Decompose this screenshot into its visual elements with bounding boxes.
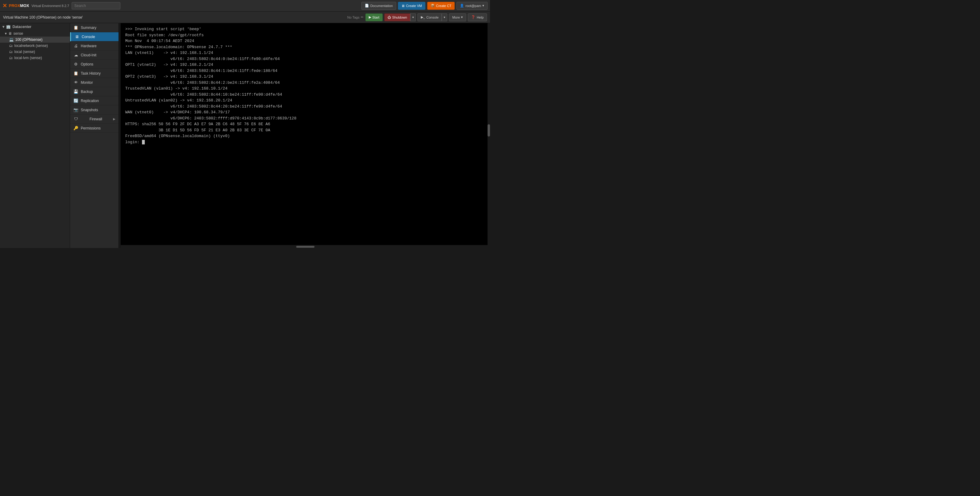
- console-button[interactable]: ▶_ Console: [417, 13, 442, 21]
- replication-nav-icon: 🔄: [73, 99, 79, 103]
- snapshots-nav-icon: 📷: [73, 108, 79, 112]
- task-history-nav-label: Task History: [81, 71, 100, 76]
- doc-icon: 📄: [365, 4, 369, 8]
- bottom-scrollbar[interactable]: [121, 245, 490, 248]
- nav-item-replication[interactable]: 🔄 Replication: [70, 96, 119, 105]
- sense-server-icon: 🖥: [8, 32, 12, 36]
- vm-title: Virtual Machine 100 (OPNsense) on node '…: [3, 15, 342, 19]
- datacenter-expand-icon: ▾: [2, 25, 4, 29]
- console-output[interactable]: >>> Invoking start script 'beep'Root fil…: [121, 23, 490, 245]
- scrollbar[interactable]: [488, 23, 490, 248]
- console-cursor: [142, 140, 145, 145]
- sidebar-item-vm100[interactable]: 💻 100 (OPNsense): [0, 37, 70, 43]
- firewall-nav-icon: 🛡: [73, 117, 79, 121]
- console-line: v6/t6: 2403:5802:8c44:20:be24:11ff:fe90:…: [125, 103, 485, 110]
- cloud-init-nav-icon: ☁: [73, 53, 79, 57]
- nav-item-summary[interactable]: 📋 Summary: [70, 23, 119, 32]
- sidebar-item-local-lvm[interactable]: 🗂 local-lvm (sense): [0, 55, 70, 61]
- permissions-nav-label: Permissions: [81, 126, 100, 130]
- console-line: v6/t6: 2403:5802:8c44:1:be24:11ff:fede:1…: [125, 68, 485, 74]
- console-line: OPT2 (vtnet3) -> v4: 192.168.3.1/24: [125, 74, 485, 80]
- console-line: OPT1 (vtnet2) -> v4: 192.168.2.1/24: [125, 62, 485, 68]
- help-button[interactable]: ❓ Help: [468, 13, 487, 21]
- console-dropdown[interactable]: ▾: [442, 13, 447, 21]
- shutdown-icon: ⏻: [388, 16, 391, 19]
- vm-tree-icon: 💻: [9, 38, 14, 42]
- console-line: WAN (vtnet0) -> v4/DHCP4: 100.68.34.79/1…: [125, 110, 485, 116]
- sidebar-item-sense[interactable]: ▾ 🖥 sense: [0, 30, 70, 37]
- console-line: Root file system: /dev/gpt/rootfs: [125, 32, 485, 38]
- sense-expand-icon: ▾: [5, 32, 7, 36]
- console-line: >>> Invoking start script 'beep': [125, 26, 485, 32]
- tags-edit-icon[interactable]: ✏: [361, 15, 364, 19]
- version-text: Virtual Environment 8.2.7: [32, 4, 69, 8]
- vm-tags: No Tags ✏: [347, 15, 364, 19]
- nav-item-console[interactable]: 🖥 Console: [70, 32, 119, 41]
- nav-panel: 📋 Summary 🖥 Console 🖨 Hardware ☁ Cloud-I…: [70, 23, 119, 248]
- vm-toolbar: Virtual Machine 100 (OPNsense) on node '…: [0, 11, 490, 23]
- console-line: Mon Nov 4 00:17:54 AEDT 2024: [125, 38, 485, 44]
- nav-item-monitor[interactable]: 👁 Monitor: [70, 78, 119, 87]
- console-line: TrustedVLAN (vlan01) -> v4: 192.168.10.1…: [125, 86, 485, 92]
- permissions-nav-icon: 🔑: [73, 126, 79, 130]
- more-dropdown-icon: ▾: [461, 15, 463, 19]
- bottom-scrollbar-thumb[interactable]: [296, 246, 315, 248]
- scrollbar-thumb[interactable]: [488, 124, 490, 137]
- help-icon: ❓: [471, 15, 476, 19]
- nav-item-hardware[interactable]: 🖨 Hardware: [70, 41, 119, 51]
- nav-item-backup[interactable]: 💾 Backup: [70, 87, 119, 96]
- nav-item-cloud-init[interactable]: ☁ Cloud-Init: [70, 51, 119, 60]
- console-line: HTTPS: sha256 50 56 F9 2F DC A3 E7 9A 2B…: [125, 121, 485, 127]
- shutdown-dropdown[interactable]: ▾: [410, 13, 416, 21]
- console-line: v6/t6: 2403:5802:8c44:10:be24:11ff:fe90:…: [125, 92, 485, 98]
- options-nav-label: Options: [81, 62, 93, 67]
- user-button[interactable]: 👤 root@pam ▾: [457, 2, 488, 10]
- console-line: UntrustedVLAN (vlan02) -> v4: 192.168.20…: [125, 97, 485, 103]
- shutdown-button[interactable]: ⏻ Shutdown: [384, 13, 410, 21]
- user-dropdown-icon: ▾: [482, 4, 484, 8]
- nav-item-task-history[interactable]: 📋 Task History: [70, 69, 119, 78]
- vm-icon: 🖥: [401, 4, 405, 8]
- create-vm-button[interactable]: 🖥 Create VM: [398, 2, 425, 10]
- nav-item-permissions[interactable]: 🔑 Permissions: [70, 124, 119, 133]
- task-history-nav-icon: 📋: [73, 71, 79, 76]
- logo: ✕ PROXMOX Virtual Environment 8.2.7: [2, 2, 69, 9]
- topbar-right: 📄 Documentation 🖥 Create VM 📦 Create CT …: [361, 2, 488, 10]
- cloud-init-nav-label: Cloud-Init: [81, 53, 96, 57]
- user-icon: 👤: [460, 4, 464, 8]
- sidebar-item-localnetwork[interactable]: 🗂 localnetwork (sense): [0, 43, 70, 49]
- console-line: 3B 1E D1 5D 56 FD 5F 21 E3 A0 2B 83 3E C…: [125, 127, 485, 134]
- nav-item-snapshots[interactable]: 📷 Snapshots: [70, 105, 119, 114]
- nav-item-firewall[interactable]: 🛡 Firewall ▶: [70, 114, 119, 124]
- sidebar-datacenter[interactable]: ▾ 🏢 Datacenter: [0, 23, 70, 30]
- console-line: LAN (vtnet1) -> v4: 192.168.1.1/24: [125, 50, 485, 56]
- documentation-button[interactable]: 📄 Documentation: [361, 2, 396, 10]
- more-button[interactable]: More ▾: [449, 13, 466, 21]
- snapshots-nav-label: Snapshots: [81, 108, 98, 112]
- summary-nav-label: Summary: [81, 25, 96, 30]
- start-button[interactable]: ▶ Start: [365, 13, 383, 21]
- firewall-nav-label: Firewall: [89, 117, 102, 121]
- backup-nav-icon: 💾: [73, 89, 79, 94]
- backup-nav-label: Backup: [81, 89, 93, 94]
- storage-icon-1: 🗂: [9, 44, 13, 48]
- sidebar-item-local[interactable]: 🗂 local (sense): [0, 49, 70, 55]
- content-area: >>> Invoking start script 'beep'Root fil…: [121, 23, 490, 248]
- shutdown-button-group: ⏻ Shutdown ▾: [384, 13, 416, 21]
- search-input[interactable]: [72, 2, 120, 10]
- storage-icon-3: 🗂: [9, 56, 13, 60]
- console-line: login:: [125, 139, 485, 145]
- console-nav-label: Console: [82, 35, 95, 39]
- nav-item-options[interactable]: ⚙ Options: [70, 60, 119, 69]
- tags-label: No Tags: [347, 16, 360, 19]
- storage-icon-2: 🗂: [9, 50, 13, 54]
- console-button-group: ▶_ Console ▾: [417, 13, 447, 21]
- create-ct-button[interactable]: 📦 Create CT: [427, 2, 455, 10]
- monitor-nav-label: Monitor: [81, 80, 93, 85]
- console-line: FreeBSD/amd64 (OPNsense.localdomain) (tt…: [125, 133, 485, 139]
- sidebar: ▾ 🏢 Datacenter ▾ 🖥 sense 💻 100 (OPNsense…: [0, 23, 70, 248]
- options-nav-icon: ⚙: [73, 62, 79, 67]
- proxmox-icon: ✕: [2, 2, 7, 9]
- ct-icon: 📦: [431, 4, 435, 8]
- hardware-nav-label: Hardware: [81, 44, 97, 48]
